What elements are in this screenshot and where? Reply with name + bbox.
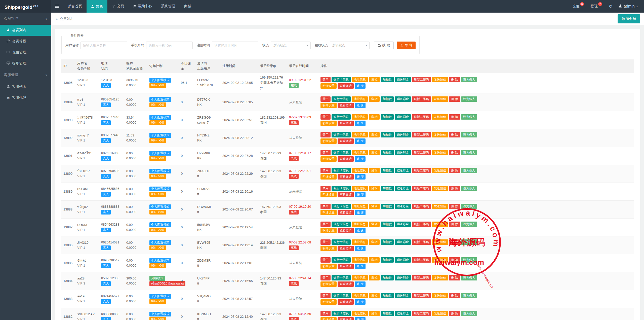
op-button[interactable]: 刷新二维码 xyxy=(412,168,431,173)
op-button[interactable]: 加扣款 xyxy=(381,293,394,298)
op-button[interactable]: 明细设置 xyxy=(320,210,337,215)
op-button[interactable]: 加扣款 xyxy=(381,132,394,137)
op-button[interactable]: 账 变 xyxy=(355,317,366,320)
op-button[interactable]: 赠送彩金 xyxy=(395,96,411,102)
op-button[interactable]: 账 变 xyxy=(355,264,366,269)
op-button[interactable]: 刷新二维码 xyxy=(412,275,431,280)
op-button[interactable]: 查看邀请 xyxy=(338,317,354,320)
sidebar-section-title[interactable]: 客服管理∨ xyxy=(0,69,51,81)
op-button[interactable]: 设为假人 xyxy=(461,96,477,102)
op-button[interactable]: 禁用 xyxy=(320,293,331,298)
op-button[interactable]: 编 辑 xyxy=(369,132,380,137)
op-button[interactable]: 设为假人 xyxy=(461,293,477,298)
op-button[interactable]: 明细设置 xyxy=(320,156,337,162)
op-button[interactable]: 账 变 xyxy=(355,156,366,162)
op-button[interactable]: 加扣款 xyxy=(381,96,394,102)
sidebar-item[interactable]: 提现管理 xyxy=(0,58,51,69)
op-button[interactable]: 删 除 xyxy=(449,96,460,102)
op-button[interactable]: 发送短信 xyxy=(432,114,448,120)
op-button[interactable]: 加扣款 xyxy=(381,204,394,209)
op-button[interactable]: 删 除 xyxy=(449,114,460,120)
op-button[interactable]: 银行卡信息 xyxy=(332,96,351,102)
op-button[interactable]: 编 辑 xyxy=(369,275,380,280)
op-button[interactable]: 银行卡信息 xyxy=(332,222,351,227)
op-button[interactable]: 发送短信 xyxy=(432,204,448,209)
sidebar-item[interactable]: </>客服代码 xyxy=(0,92,51,103)
user-menu[interactable]: admin ∧ xyxy=(616,4,640,9)
op-button[interactable]: 刷新二维码 xyxy=(412,77,431,82)
op-button[interactable]: 发送短信 xyxy=(432,150,448,155)
op-button[interactable]: 禁用 xyxy=(320,132,331,137)
op-button[interactable]: 赠送彩金 xyxy=(395,114,411,120)
op-button[interactable]: 发送短信 xyxy=(432,275,448,280)
op-button[interactable]: 赠送彩金 xyxy=(395,239,411,245)
nav-item[interactable]: 帮助中心 xyxy=(129,0,156,13)
op-button[interactable]: 银行卡信息 xyxy=(332,239,351,245)
register-time-input[interactable] xyxy=(212,42,258,49)
op-button[interactable]: 明细设置 xyxy=(320,281,337,287)
op-button[interactable]: 银行卡信息 xyxy=(332,204,351,209)
op-button[interactable]: 删 除 xyxy=(449,311,460,316)
op-button[interactable]: 刷新二维码 xyxy=(412,222,431,227)
op-button[interactable]: 设为假人 xyxy=(461,275,477,280)
op-button[interactable]: 银行卡信息 xyxy=(332,257,351,263)
op-button[interactable]: 赠送彩金 xyxy=(395,150,411,155)
op-button[interactable]: 刷新二维码 xyxy=(412,96,431,102)
op-button[interactable]: 删 除 xyxy=(449,77,460,82)
nav-item[interactable]: 商城 xyxy=(180,0,196,13)
op-button[interactable]: 查看邀请 xyxy=(338,156,354,162)
op-button[interactable]: 禁用 xyxy=(320,257,331,263)
op-button[interactable]: 删 除 xyxy=(449,293,460,298)
op-button[interactable]: 地址信息 xyxy=(352,239,368,245)
op-button[interactable]: 加扣款 xyxy=(381,311,394,316)
op-button[interactable]: 设为假人 xyxy=(461,311,477,316)
op-button[interactable]: 账 变 xyxy=(355,228,366,233)
op-button[interactable]: 删 除 xyxy=(449,186,460,191)
op-button[interactable]: 删 除 xyxy=(449,275,460,280)
withdraw-link[interactable]: 提现 2 xyxy=(587,0,606,13)
op-button[interactable]: 加扣款 xyxy=(381,275,394,280)
online-status-select[interactable]: 所有状态▾ xyxy=(330,42,370,49)
op-button[interactable]: 编 辑 xyxy=(369,239,380,245)
op-button[interactable]: 赠送彩金 xyxy=(395,222,411,227)
op-button[interactable]: 查看邀请 xyxy=(338,138,354,144)
op-button[interactable]: 加扣款 xyxy=(381,257,394,263)
op-button[interactable]: 删 除 xyxy=(449,222,460,227)
op-button[interactable]: 设为假人 xyxy=(461,132,477,137)
op-button[interactable]: 赠送彩金 xyxy=(395,204,411,209)
op-button[interactable]: 明细设置 xyxy=(320,103,337,108)
op-button[interactable]: 设为假人 xyxy=(461,114,477,120)
op-button[interactable]: 地址信息 xyxy=(352,77,368,82)
op-button[interactable]: 明细设置 xyxy=(320,317,337,320)
sidebar-item[interactable]: 充值管理 xyxy=(0,47,51,58)
op-button[interactable]: 地址信息 xyxy=(352,222,368,227)
op-button[interactable]: 账 变 xyxy=(355,192,366,197)
op-button[interactable]: 地址信息 xyxy=(352,204,368,209)
op-button[interactable]: 删 除 xyxy=(449,132,460,137)
op-button[interactable]: 地址信息 xyxy=(352,114,368,120)
recharge-link[interactable]: 充值 6 xyxy=(569,0,587,13)
op-button[interactable]: 禁用 xyxy=(320,311,331,316)
op-button[interactable]: 银行卡信息 xyxy=(332,186,351,191)
op-button[interactable]: 发送短信 xyxy=(432,239,448,245)
op-button[interactable]: 发送短信 xyxy=(432,222,448,227)
op-button[interactable]: 赠送彩金 xyxy=(395,311,411,316)
op-button[interactable]: 加扣款 xyxy=(381,239,394,245)
op-button[interactable]: 银行卡信息 xyxy=(332,150,351,155)
op-button[interactable]: 发送短信 xyxy=(432,132,448,137)
op-button[interactable]: 发送短信 xyxy=(432,96,448,102)
op-button[interactable]: 设为假人 xyxy=(461,186,477,191)
nav-item[interactable]: 系统管理 xyxy=(156,0,180,13)
sidebar-item[interactable]: 会员列表 xyxy=(0,25,51,36)
username-input[interactable] xyxy=(80,42,127,49)
op-button[interactable]: 地址信息 xyxy=(352,96,368,102)
op-button[interactable]: 账 变 xyxy=(355,174,366,180)
op-button[interactable]: 银行卡信息 xyxy=(332,132,351,137)
op-button[interactable]: 明细设置 xyxy=(320,264,337,269)
op-button[interactable]: 刷新二维码 xyxy=(412,114,431,120)
op-button[interactable]: 明细设置 xyxy=(320,83,337,89)
op-button[interactable]: 地址信息 xyxy=(352,132,368,137)
op-button[interactable]: 地址信息 xyxy=(352,293,368,298)
op-button[interactable]: 禁用 xyxy=(320,77,331,82)
sidebar-item[interactable]: 客服列表 xyxy=(0,81,51,92)
